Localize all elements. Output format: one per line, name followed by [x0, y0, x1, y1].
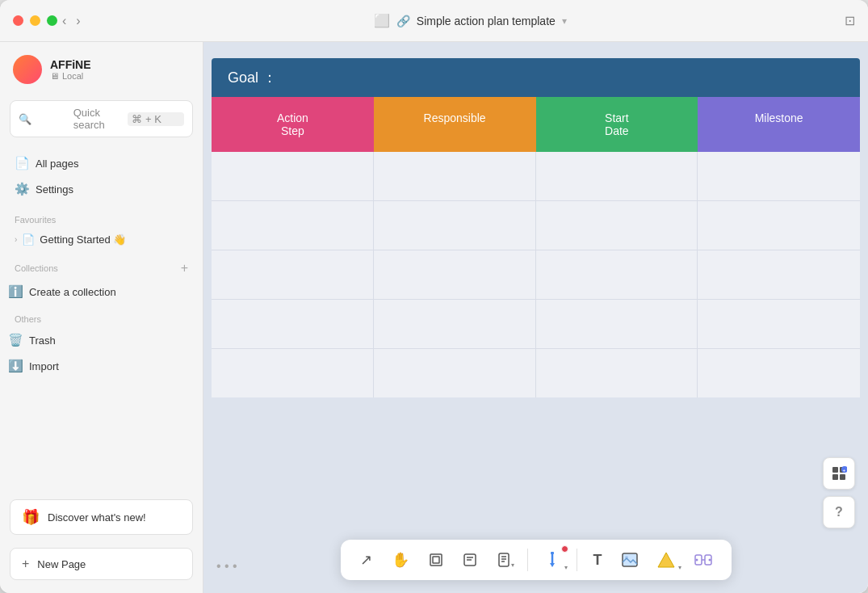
- td-cell[interactable]: [536, 152, 698, 200]
- trash-icon: 🗑️: [8, 333, 23, 347]
- td-cell[interactable]: [212, 300, 374, 348]
- th-milestone: Milestone: [698, 97, 860, 152]
- maximize-button[interactable]: [47, 15, 57, 26]
- search-icon: 🔍: [19, 113, 67, 125]
- hand-tool-button[interactable]: ✋: [385, 546, 416, 574]
- td-cell[interactable]: [536, 300, 698, 348]
- profile-name: AFFiNE: [50, 58, 91, 71]
- forward-button[interactable]: ›: [71, 11, 85, 32]
- td-cell[interactable]: [698, 349, 860, 397]
- doc-tool-button[interactable]: ▾: [490, 548, 518, 572]
- help-button[interactable]: ?: [823, 496, 855, 528]
- settings-icon: ⚙️: [15, 182, 29, 196]
- sidebar-item-import[interactable]: ⬇️ Import: [0, 353, 203, 379]
- collab-icon: 🔗: [396, 15, 410, 27]
- search-label: Quick search: [73, 107, 122, 131]
- title-dropdown-icon[interactable]: ▾: [562, 15, 567, 27]
- others-section-header: Others: [0, 305, 203, 327]
- plus-icon: +: [22, 557, 29, 571]
- right-action-buttons: + ?: [823, 457, 855, 528]
- td-cell[interactable]: [536, 250, 698, 299]
- search-shortcut: ⌘ + K: [128, 112, 184, 126]
- td-cell[interactable]: [374, 300, 536, 348]
- back-button[interactable]: ‹: [57, 11, 71, 32]
- new-page-button[interactable]: + New Page: [10, 548, 193, 580]
- sidebar-item-trash[interactable]: 🗑️ Trash: [0, 327, 203, 353]
- discover-label: Discover what's new!: [48, 511, 146, 524]
- table-row: [212, 250, 860, 300]
- td-cell[interactable]: [374, 201, 536, 250]
- note-tool-button[interactable]: [456, 548, 484, 572]
- canvas[interactable]: Goal ： ActionStep Responsible StartDate …: [203, 42, 868, 593]
- frame-tool-button[interactable]: [422, 548, 450, 572]
- collections-section-header: Collections +: [0, 251, 203, 279]
- toolbar-divider-2: [577, 549, 577, 571]
- select-tool-button[interactable]: ↗: [354, 546, 379, 574]
- all-pages-icon: 📄: [15, 156, 29, 170]
- all-pages-label: All pages: [36, 158, 78, 170]
- td-cell[interactable]: [374, 250, 536, 299]
- window: ‹ › ⬜ 🔗 Simple action plan template ▾ ⊡ …: [0, 0, 868, 593]
- add-collection-button[interactable]: +: [181, 261, 188, 275]
- table-row: [212, 300, 860, 349]
- td-cell[interactable]: [536, 201, 698, 250]
- text-tool-button[interactable]: T: [587, 547, 609, 574]
- settings-label: Settings: [36, 183, 73, 196]
- layout-toggle-icon[interactable]: ⊡: [845, 13, 855, 28]
- chevron-right-icon: ›: [15, 235, 17, 244]
- sidebar: AFFiNE 🖥 Local 🔍 Quick search ⌘ + K 📄 Al…: [0, 42, 203, 593]
- table-row: [212, 201, 860, 250]
- svg-rect-1: [433, 557, 439, 563]
- svg-marker-14: [658, 553, 674, 567]
- pen-color-indicator: [561, 545, 568, 553]
- td-cell[interactable]: [212, 349, 374, 397]
- page-icon: 📄: [22, 233, 35, 246]
- svg-rect-5: [499, 553, 509, 566]
- td-cell[interactable]: [212, 152, 374, 200]
- title-bar: ‹ › ⬜ 🔗 Simple action plan template ▾ ⊡: [0, 0, 868, 42]
- profile-area[interactable]: AFFiNE 🖥 Local: [0, 42, 203, 97]
- td-cell[interactable]: [374, 152, 536, 200]
- action-plan-table: Goal ： ActionStep Responsible StartDate …: [212, 58, 860, 397]
- avatar: [13, 55, 42, 84]
- th-responsible: Responsible: [374, 97, 536, 152]
- main-area: AFFiNE 🖥 Local 🔍 Quick search ⌘ + K 📄 Al…: [0, 42, 868, 593]
- svg-rect-22: [832, 474, 838, 480]
- more-options-button[interactable]: • • •: [216, 559, 237, 574]
- table-body: [212, 152, 860, 397]
- shape-tool-button[interactable]: ▾: [651, 547, 681, 573]
- td-cell[interactable]: [212, 201, 374, 250]
- close-button[interactable]: [13, 15, 23, 26]
- td-cell[interactable]: [698, 152, 860, 200]
- td-cell[interactable]: [698, 201, 860, 250]
- minimize-button[interactable]: [30, 15, 40, 26]
- pen-tool-button[interactable]: ▾: [538, 547, 567, 573]
- others-label: Others: [15, 314, 41, 324]
- svg-text:+: +: [843, 468, 846, 473]
- sidebar-item-all-pages[interactable]: 📄 All pages: [6, 150, 196, 176]
- sidebar-item-settings[interactable]: ⚙️ Settings: [6, 176, 196, 202]
- import-icon: ⬇️: [8, 359, 23, 373]
- sidebar-item-getting-started[interactable]: › 📄 Getting Started 👋: [6, 228, 196, 251]
- td-cell[interactable]: [698, 300, 860, 348]
- td-cell[interactable]: [536, 349, 698, 397]
- td-cell[interactable]: [698, 250, 860, 299]
- getting-started-label: Getting Started 👋: [40, 233, 126, 246]
- connector-tool-button[interactable]: [688, 547, 719, 573]
- sidebar-item-create-collection[interactable]: ℹ️ Create a collection: [0, 279, 203, 305]
- discover-button[interactable]: 🎁 Discover what's new!: [10, 499, 193, 535]
- trash-label: Trash: [29, 334, 56, 347]
- td-cell[interactable]: [374, 349, 536, 397]
- svg-point-18: [695, 559, 698, 561]
- image-tool-button[interactable]: [615, 548, 644, 572]
- import-label: Import: [29, 360, 59, 372]
- traffic-lights: [13, 15, 57, 26]
- create-collection-icon: ℹ️: [8, 284, 23, 299]
- td-cell[interactable]: [212, 250, 374, 299]
- grid-view-button[interactable]: +: [823, 457, 855, 490]
- table-row: [212, 349, 860, 397]
- toolbar-divider: [527, 549, 528, 571]
- svg-point-19: [708, 559, 711, 561]
- svg-rect-23: [840, 474, 845, 480]
- quick-search-bar[interactable]: 🔍 Quick search ⌘ + K: [10, 100, 193, 137]
